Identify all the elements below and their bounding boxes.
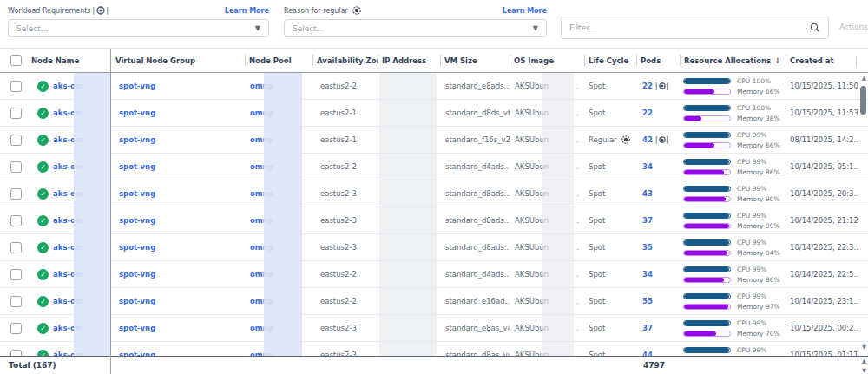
virtual-node-group-link[interactable]: spot-vng	[119, 216, 155, 225]
node-name-link[interactable]: aks-om	[53, 135, 83, 144]
memory-bar: Memory 86%	[683, 168, 780, 175]
node-name-link[interactable]: aks-om	[53, 162, 83, 171]
virtual-node-group-link[interactable]: spot-vng	[119, 162, 155, 171]
row-checkbox[interactable]	[10, 108, 22, 119]
workload-requirements-select[interactable]: Select... ▼	[8, 19, 269, 37]
row-checkbox[interactable]	[10, 188, 22, 200]
row-checkbox[interactable]	[10, 215, 22, 226]
os-image-cell: AKSUbun.	[510, 135, 584, 144]
row-checkbox[interactable]	[10, 242, 22, 253]
row-checkbox[interactable]	[10, 296, 22, 307]
node-pool-link[interactable]: omnp	[250, 189, 273, 198]
lifecycle-cell: Regular	[584, 135, 636, 144]
node-healthy-icon: ✓	[37, 296, 49, 307]
chevron-down-icon: ▼	[533, 24, 538, 32]
col-availability-zone[interactable]: Availability Zone	[312, 55, 378, 66]
sort-desc-icon[interactable]: ↓	[774, 56, 781, 65]
os-image-ellipsis: .	[576, 270, 579, 279]
pods-count-link[interactable]: 37	[642, 216, 653, 225]
pods-count-link[interactable]: 43	[642, 189, 653, 198]
pods-count-link[interactable]: 55	[642, 297, 653, 305]
virtual-node-group-link[interactable]: spot-vng	[119, 108, 155, 117]
pods-count-link[interactable]: 37	[642, 324, 653, 332]
created-at-cell: 08/11/2025, 14:2...	[786, 135, 858, 144]
table-row: ✓ aks-om spot-vng omnp eastus2-1 standar…	[0, 127, 868, 154]
row-checkbox[interactable]	[10, 323, 22, 334]
workload-learn-more-link[interactable]: Learn More	[225, 7, 269, 15]
pods-count-link[interactable]: 42	[642, 135, 653, 144]
node-pool-link[interactable]: omnp	[250, 297, 273, 305]
virtual-node-group-link[interactable]: spot-vng	[119, 297, 155, 305]
row-checkbox[interactable]	[10, 81, 22, 92]
scrollbar-thumb[interactable]	[860, 86, 866, 115]
node-name-link[interactable]: aks-om	[53, 324, 83, 332]
pods-restriction-icon: ||	[655, 82, 669, 90]
column-divider	[636, 55, 637, 66]
col-resource-allocations[interactable]: Resource Allocations↓☰	[680, 55, 786, 66]
node-pool-link[interactable]: omnp	[250, 108, 273, 117]
col-node-pool[interactable]: Node Pool	[245, 55, 312, 66]
pods-count-link[interactable]: 34	[642, 270, 653, 279]
row-checkbox[interactable]	[10, 161, 22, 173]
os-image-cell: AKSUbun.	[510, 216, 584, 225]
col-os-image[interactable]: OS Image	[510, 55, 584, 66]
filter-input[interactable]	[569, 23, 810, 32]
col-node-name[interactable]: Node Name	[31, 56, 110, 65]
workload-select-placeholder: Select...	[16, 24, 48, 33]
node-name-link[interactable]: aks-om	[53, 243, 83, 252]
virtual-node-group-link[interactable]: spot-vng	[119, 270, 155, 279]
node-pool-link[interactable]: omnp	[250, 243, 273, 252]
row-checkbox[interactable]	[10, 269, 22, 280]
pods-count-link[interactable]: 22	[642, 82, 653, 90]
node-pool-link[interactable]: omnp	[250, 270, 273, 279]
pods-total: 4797	[643, 361, 665, 370]
actions-button[interactable]: Actions	[839, 23, 868, 31]
os-image-cell: AKSUbun.	[510, 189, 584, 198]
node-pool-link[interactable]: omnp	[250, 324, 273, 332]
node-name-link[interactable]: aks-om	[53, 216, 83, 225]
node-name-link[interactable]: aks-om	[53, 270, 83, 279]
col-pods[interactable]: Pods	[636, 55, 680, 66]
os-image-ellipsis: .	[576, 297, 579, 305]
virtual-node-group-link[interactable]: spot-vng	[119, 135, 155, 144]
pods-count-link[interactable]: 22	[642, 108, 653, 117]
col-created-at[interactable]: Created at	[786, 55, 858, 66]
outer-scrollbar-down-arrow[interactable]: ▼	[862, 368, 866, 374]
col-vm-size[interactable]: VM Size	[440, 55, 510, 66]
virtual-node-group-link[interactable]: spot-vng	[119, 243, 155, 252]
lifecycle-cell: Spot	[584, 82, 636, 90]
row-checkbox[interactable]	[10, 350, 22, 357]
availability-zone-cell: eastus2-2	[312, 162, 378, 171]
search-icon[interactable]	[810, 23, 820, 33]
regular-reason-icon[interactable]	[621, 135, 630, 144]
node-name-link[interactable]: aks-om	[53, 297, 83, 305]
virtual-node-group-link[interactable]: spot-vng	[119, 324, 155, 332]
pods-count-link[interactable]: 35	[642, 243, 653, 252]
node-name-link[interactable]: aks-om	[53, 82, 83, 90]
column-divider	[312, 55, 313, 66]
node-pool-link[interactable]: omnp	[250, 162, 273, 171]
node-name-link[interactable]: aks-om	[53, 108, 83, 117]
col-virtual-node-group[interactable]: Virtual Node Group	[110, 56, 245, 65]
availability-zone-cell: eastus2-3	[312, 189, 378, 198]
select-all-checkbox[interactable]	[10, 55, 22, 66]
memory-bar: Memory 66%	[683, 88, 780, 95]
row-checkbox[interactable]	[10, 135, 22, 146]
virtual-node-group-link[interactable]: spot-vng	[119, 82, 155, 90]
reason-learn-more-link[interactable]: Learn More	[503, 7, 547, 15]
cpu-bar: CPU 99%	[683, 292, 766, 299]
node-pool-link[interactable]: omnp	[250, 82, 273, 90]
outer-scrollbar-up-arrow[interactable]: ▲	[862, 358, 866, 364]
scrollbar-up-arrow[interactable]: ▲	[862, 75, 866, 82]
reason-for-regular-select[interactable]: Select... ▼	[284, 19, 547, 37]
virtual-node-group-link[interactable]: spot-vng	[119, 189, 155, 198]
node-name-link[interactable]: aks-om	[53, 189, 83, 198]
resource-allocations-cell: CPU 99% Memory 99%	[680, 212, 786, 229]
scrollbar-down-arrow[interactable]: ▼	[862, 344, 866, 351]
node-pool-link[interactable]: omnp	[250, 216, 273, 225]
cpu-bar: CPU 99%	[683, 266, 766, 272]
node-pool-link[interactable]: omnp	[250, 135, 273, 144]
col-ip-address[interactable]: IP Address	[378, 55, 440, 66]
col-life-cycle[interactable]: Life Cycle	[584, 55, 636, 66]
pods-count-link[interactable]: 34	[642, 162, 653, 171]
